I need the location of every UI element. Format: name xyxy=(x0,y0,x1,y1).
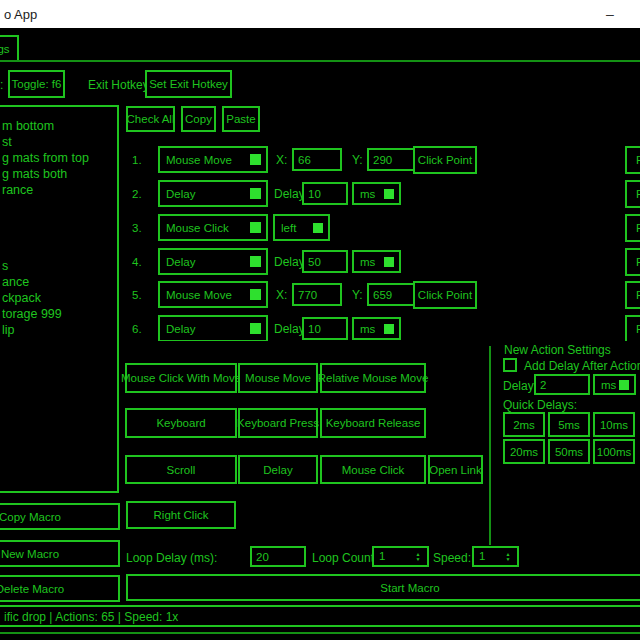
settings-delay-input[interactable] xyxy=(534,374,590,395)
speed-stepper[interactable]: 1 ▲▼ xyxy=(472,546,519,567)
dropdown-arrow-icon xyxy=(250,188,261,199)
button-label: Mouse Click With Move xyxy=(121,372,241,384)
remove-label: R xyxy=(636,188,640,200)
delay-label: Delay xyxy=(274,187,305,201)
toggle-hotkey-label: Toggle: f6 xyxy=(12,78,62,90)
copy-macro-button[interactable]: Copy Macro xyxy=(0,503,120,530)
title-bar: o App – xyxy=(0,0,640,28)
new-macro-button[interactable]: New Macro xyxy=(0,540,120,567)
delay-input[interactable] xyxy=(302,182,348,205)
minimize-button[interactable]: – xyxy=(588,0,632,28)
quick-delay-10ms-button[interactable]: 10ms xyxy=(593,412,635,437)
unit-value: ms xyxy=(360,188,375,200)
remove-button[interactable]: R xyxy=(625,281,640,309)
add-keyboard-press-button[interactable]: Keyboard Press xyxy=(238,408,318,438)
button-label: Keyboard Press xyxy=(237,417,319,429)
remove-button[interactable]: R xyxy=(625,180,640,208)
loop-delay-label: Loop Delay (ms): xyxy=(126,551,217,565)
x-input[interactable] xyxy=(292,148,342,171)
mouse-button-value: left xyxy=(281,222,296,234)
macro-list-item[interactable]: g mats from top xyxy=(2,151,115,167)
remove-button[interactable]: R xyxy=(625,315,640,341)
mouse-button-dropdown[interactable]: left xyxy=(273,214,330,241)
add-delay-button[interactable]: Delay xyxy=(238,455,318,484)
action-type-dropdown[interactable]: Mouse Click xyxy=(158,214,268,241)
remove-button[interactable]: R xyxy=(625,146,640,174)
click-point-button[interactable]: Click Point xyxy=(413,146,477,174)
add-keyboard-button[interactable]: Keyboard xyxy=(125,408,237,438)
unit-dropdown[interactable]: ms xyxy=(352,182,401,205)
macro-list-item[interactable]: rance xyxy=(2,183,115,199)
add-open-link-button[interactable]: Open Link xyxy=(428,455,483,484)
macro-list-item[interactable]: lip xyxy=(2,323,115,339)
click-point-button[interactable]: Click Point xyxy=(413,281,477,309)
stepper-arrows-icon[interactable]: ▲▼ xyxy=(414,548,422,565)
button-label: 50ms xyxy=(555,446,583,458)
macro-list-item[interactable]: m bottom xyxy=(2,119,115,135)
add-mouse-move-button[interactable]: Mouse Move xyxy=(238,363,318,393)
dropdown-arrow-icon xyxy=(250,323,261,334)
x-label: X: xyxy=(276,153,287,167)
action-rows-viewport[interactable]: 1. Mouse Move X: Y: Click Point R 2. Del… xyxy=(119,140,640,341)
add-right-click-button[interactable]: Right Click xyxy=(126,501,236,529)
add-keyboard-release-button[interactable]: Keyboard Release xyxy=(320,408,426,438)
remove-button[interactable]: R xyxy=(625,248,640,276)
quick-delay-100ms-button[interactable]: 100ms xyxy=(593,439,635,464)
minimize-icon: – xyxy=(606,6,614,22)
macro-list-item[interactable]: st xyxy=(2,135,115,151)
start-macro-button[interactable]: Start Macro xyxy=(126,574,640,601)
action-type-value: Mouse Move xyxy=(166,154,232,166)
row-number: 1. xyxy=(132,153,142,167)
paste-button[interactable]: Paste xyxy=(222,106,260,132)
set-exit-hotkey-button[interactable]: Set Exit Hotkey xyxy=(145,70,232,98)
quick-delay-2ms-button[interactable]: 2ms xyxy=(503,412,545,437)
add-relative-mouse-move-button[interactable]: Relative Mouse Move xyxy=(320,363,426,393)
settings-unit-dropdown[interactable]: ms xyxy=(593,374,636,395)
dropdown-arrow-icon xyxy=(384,189,394,199)
action-type-dropdown[interactable]: Delay xyxy=(158,315,268,341)
loop-delay-input[interactable] xyxy=(250,546,306,567)
macro-list-item[interactable]: torage 999 xyxy=(2,307,115,323)
action-type-dropdown[interactable]: Mouse Move xyxy=(158,281,268,308)
add-delay-after-action-checkbox[interactable] xyxy=(503,358,517,372)
delay-input[interactable] xyxy=(302,317,348,340)
remove-button[interactable]: R xyxy=(625,214,640,242)
action-type-dropdown[interactable]: Delay xyxy=(158,248,268,275)
row-number: 4. xyxy=(132,255,142,269)
macro-list-item[interactable]: ckpack xyxy=(2,291,115,307)
macro-list-item[interactable]: ance xyxy=(2,275,115,291)
stepper-arrows-icon[interactable]: ▲▼ xyxy=(504,548,512,565)
macro-list-item[interactable]: g mats both xyxy=(2,167,115,183)
settings-menu-button[interactable]: gs xyxy=(0,35,19,62)
action-row-6: 6. Delay Delay ms R xyxy=(119,315,640,341)
y-input[interactable] xyxy=(367,283,417,306)
unit-dropdown[interactable]: ms xyxy=(352,317,401,340)
button-label: Keyboard Release xyxy=(326,417,421,429)
macro-list-item[interactable]: s xyxy=(2,259,115,275)
button-label: New Macro xyxy=(1,548,59,560)
add-mouse-click-with-move-button[interactable]: Mouse Click With Move xyxy=(125,363,237,393)
check-all-button[interactable]: Check All xyxy=(126,106,175,132)
loop-count-label: Loop Count: xyxy=(312,551,377,565)
quick-delay-50ms-button[interactable]: 50ms xyxy=(548,439,590,464)
quick-delay-20ms-button[interactable]: 20ms xyxy=(503,439,545,464)
unit-dropdown[interactable]: ms xyxy=(352,250,401,273)
remove-label: R xyxy=(636,289,640,301)
add-scroll-button[interactable]: Scroll xyxy=(125,455,237,484)
button-label: 5ms xyxy=(558,419,580,431)
delete-macro-button[interactable]: Delete Macro xyxy=(0,575,120,602)
action-type-dropdown[interactable]: Mouse Move xyxy=(158,146,268,173)
copy-button[interactable]: Copy xyxy=(181,106,216,132)
add-delay-after-action-label: Add Delay After Action xyxy=(524,359,640,373)
y-label: Y: xyxy=(352,153,363,167)
loop-count-stepper[interactable]: 1 ▲▼ xyxy=(372,546,429,567)
x-input[interactable] xyxy=(292,283,342,306)
action-type-value: Delay xyxy=(166,188,195,200)
delay-input[interactable] xyxy=(302,250,348,273)
toggle-hotkey-button[interactable]: Toggle: f6 xyxy=(8,70,65,98)
y-input[interactable] xyxy=(367,148,417,171)
quick-delay-5ms-button[interactable]: 5ms xyxy=(548,412,590,437)
action-type-value: Mouse Click xyxy=(166,222,229,234)
action-type-dropdown[interactable]: Delay xyxy=(158,180,268,207)
add-mouse-click-button[interactable]: Mouse Click xyxy=(320,455,426,484)
